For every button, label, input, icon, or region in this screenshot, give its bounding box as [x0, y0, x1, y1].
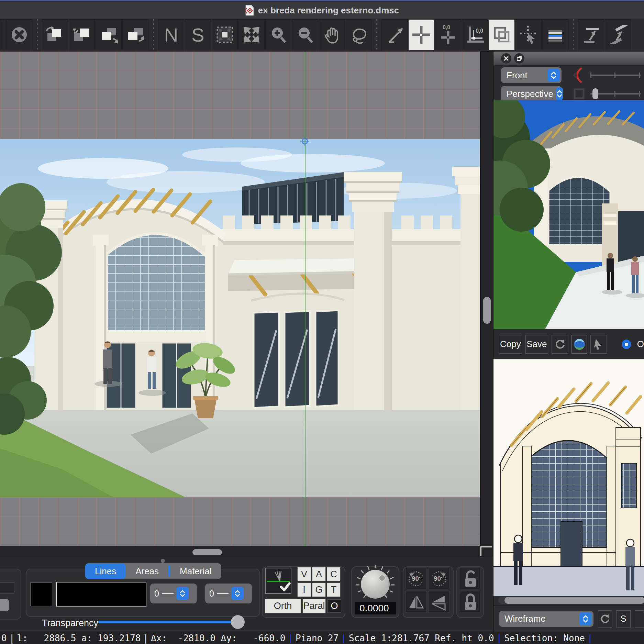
- wireframe-preview-canvas[interactable]: [493, 360, 644, 596]
- key-v-button[interactable]: V: [297, 567, 311, 581]
- tab-areas[interactable]: Areas: [126, 563, 168, 579]
- line-weight-button[interactable]: [542, 19, 568, 50]
- align-diagonal-button[interactable]: [605, 19, 631, 50]
- save-button[interactable]: Save: [525, 335, 548, 354]
- viewport-horizontal-scrollbar[interactable]: [0, 546, 480, 557]
- status-length-angle: l: 2886.5 a: 193.2178: [17, 633, 141, 643]
- left-tools-group: [0, 569, 21, 620]
- preview-actions-row: Copy Save O: [493, 329, 644, 360]
- zoom-preview-slider-thumb[interactable]: [592, 88, 598, 99]
- pan-button[interactable]: [319, 19, 345, 50]
- vertical-scroll-thumb[interactable]: [483, 297, 491, 324]
- tab-lines[interactable]: Lines: [85, 563, 126, 579]
- bring-to-front-button[interactable]: [69, 19, 95, 50]
- crosshair-tool-button[interactable]: [408, 19, 434, 50]
- projection-dropdown[interactable]: Perspective: [501, 86, 562, 102]
- key-a-button[interactable]: A: [312, 567, 326, 581]
- zoom-out-button[interactable]: [292, 19, 318, 50]
- mirror-vertical-button[interactable]: [406, 591, 427, 612]
- rotate-cw-icon: [429, 569, 448, 588]
- knob-indicator-dot: [379, 575, 385, 581]
- tab-areas-label: Areas: [135, 566, 159, 577]
- wireframe-scroll-thumb[interactable]: [504, 597, 644, 604]
- display-mode-dropdown[interactable]: Wireframe: [499, 611, 593, 627]
- main-viewport[interactable]: [0, 52, 493, 557]
- wireframe-horizontal-scrollbar[interactable]: [498, 597, 644, 604]
- transparency-slider-thumb[interactable]: [231, 615, 245, 629]
- render-preview-canvas[interactable]: [493, 100, 644, 329]
- orth-button[interactable]: Orth: [265, 599, 301, 613]
- toolbar-separator: [569, 19, 577, 50]
- panel-close-button[interactable]: [501, 53, 511, 64]
- status-count: 0: [1, 633, 7, 643]
- rotate-ccw-90-button[interactable]: 90°: [406, 568, 427, 589]
- view-rotation-slider[interactable]: [590, 75, 641, 76]
- copy-button[interactable]: Copy: [499, 335, 522, 354]
- south-button[interactable]: S: [185, 19, 211, 50]
- o-button[interactable]: O: [327, 599, 341, 613]
- zoom-in-button[interactable]: [265, 19, 291, 50]
- zoom-preview-slider[interactable]: [590, 93, 641, 95]
- line-weight-value: 0: [154, 589, 159, 599]
- delete-button[interactable]: [6, 19, 32, 50]
- north-button[interactable]: N: [158, 19, 184, 50]
- tab-material[interactable]: Material: [170, 563, 221, 579]
- diagonal-line-icon: [385, 25, 404, 44]
- lock-closed-button[interactable]: [459, 591, 480, 612]
- letter-n: N: [164, 24, 178, 46]
- main-render-canvas[interactable]: [0, 139, 480, 497]
- clipped-button[interactable]: [635, 610, 644, 628]
- transparency-slider[interactable]: [98, 621, 243, 623]
- render-option-radio[interactable]: [622, 340, 631, 349]
- refresh-icon: [599, 613, 610, 624]
- lock-open-button[interactable]: [459, 568, 480, 589]
- mirror-horizontal-button[interactable]: [428, 591, 449, 612]
- refresh-preview-button[interactable]: [552, 335, 568, 354]
- send-backward-button[interactable]: [96, 19, 122, 50]
- line-type-stepper[interactable]: 0: [205, 584, 252, 603]
- viewport-vertical-scrollbar[interactable]: [480, 52, 493, 546]
- panel-detach-button[interactable]: [514, 53, 524, 64]
- line-weight-stepper[interactable]: 0: [150, 584, 197, 603]
- refresh-wireframe-button[interactable]: [598, 610, 612, 628]
- lasso-icon: [349, 25, 368, 44]
- angle-value-field[interactable]: 0.0000: [355, 602, 396, 614]
- send-to-back-button[interactable]: [122, 19, 148, 50]
- toolbar-edge-button[interactable]: [0, 19, 5, 50]
- angle-reference-button[interactable]: [265, 568, 291, 594]
- key-g-button[interactable]: G: [312, 582, 326, 597]
- bring-forward-icon: [45, 25, 65, 44]
- tab-material-label: Material: [180, 566, 211, 577]
- set-origin-button[interactable]: 0,0: [435, 19, 461, 50]
- horizontal-scroll-thumb[interactable]: [192, 549, 222, 555]
- render-mode-button[interactable]: [571, 335, 587, 354]
- shade-button[interactable]: S: [616, 610, 631, 628]
- key-i-button[interactable]: I: [297, 582, 311, 597]
- key-t-button[interactable]: T: [327, 582, 341, 597]
- fit-view-button[interactable]: [238, 19, 265, 50]
- view-dropdown[interactable]: Front: [501, 67, 562, 83]
- key-c-button[interactable]: C: [327, 567, 341, 581]
- measure-button[interactable]: [381, 19, 408, 50]
- rotate-cw-90-button[interactable]: 90°: [428, 568, 449, 589]
- marquee-select-button[interactable]: [212, 19, 238, 50]
- left-partial-control[interactable]: [0, 582, 14, 593]
- angle-knob[interactable]: [354, 564, 397, 602]
- line-color-well[interactable]: [30, 582, 52, 606]
- chevron-up-down-icon: [176, 587, 189, 600]
- lasso-button[interactable]: [346, 19, 372, 50]
- shade-button-label: S: [620, 613, 626, 624]
- pick-view-button[interactable]: [590, 335, 607, 354]
- overlap-mode-button[interactable]: [489, 19, 515, 50]
- snap-cursor-button[interactable]: [515, 19, 542, 50]
- align-to-line-button[interactable]: [578, 19, 604, 50]
- left-partial-swatch[interactable]: [0, 599, 9, 611]
- panel-resize-handle[interactable]: [161, 559, 165, 563]
- snap-cursor-icon: [519, 25, 538, 44]
- viewport-corner-resize[interactable]: [480, 546, 492, 556]
- line-preview-field[interactable]: [56, 582, 146, 607]
- paral-button[interactable]: Paral: [302, 599, 326, 613]
- axes-origin-button[interactable]: 0,0: [462, 19, 488, 50]
- bring-forward-button[interactable]: [42, 19, 68, 50]
- zoom-in-icon: [269, 25, 288, 44]
